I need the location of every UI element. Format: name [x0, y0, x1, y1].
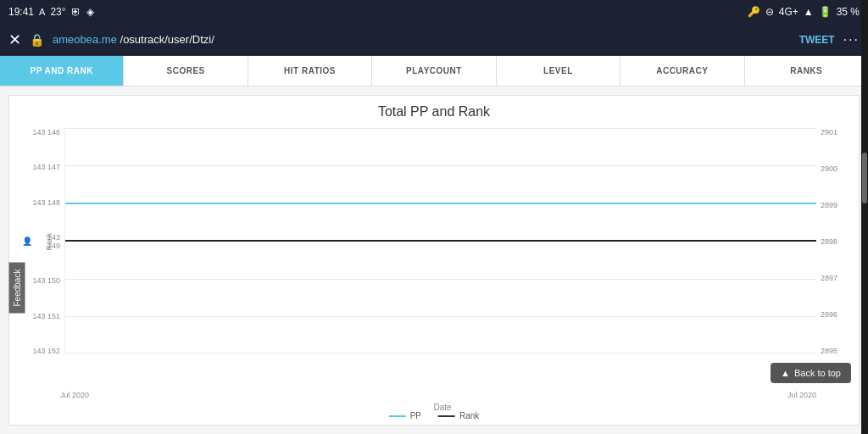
- y-right-0: 2901: [821, 128, 846, 136]
- y-left-1: 143 147: [22, 163, 60, 171]
- chart-inner: Rank: [64, 128, 816, 355]
- app-icon-2: ◈: [86, 6, 94, 18]
- scroll-indicator: [861, 0, 868, 434]
- tab-scores[interactable]: SCORES: [124, 56, 248, 86]
- tab-pp-rank[interactable]: PP AND RANK: [0, 56, 124, 86]
- x-axis: Jul 2020 Jul 2020: [60, 391, 816, 399]
- status-bar: 19:41 A 23° ⛨ ◈ 🔑 ⊖ 4G+ ▲ 🔋 35 %: [0, 0, 868, 24]
- battery-percent: 35 %: [837, 6, 860, 18]
- temperature: 23°: [50, 6, 65, 18]
- legend-rank-line: [438, 415, 455, 417]
- y-axis-left: 143 146 143 147 143 148 👤 143 149 143 15…: [18, 128, 64, 355]
- vpn-icon: 🔑: [748, 6, 760, 18]
- y-left-0: 143 146: [22, 128, 60, 136]
- chart-title: Total PP and Rank: [18, 104, 850, 120]
- main-content: Total PP and Rank 143 146 143 147 143 14…: [0, 86, 868, 434]
- y-left-4: 143 150: [22, 276, 60, 285]
- y-right-2: 2899: [821, 201, 846, 209]
- browser-bar: ✕ 🔒 ameobea.me /osutrack/user/Dtzi/ TWEE…: [0, 24, 868, 56]
- signal-strength: 4G+: [779, 6, 798, 18]
- y-right-4: 2897: [821, 274, 846, 282]
- tab-ranks[interactable]: RANKS: [745, 56, 868, 86]
- chart-svg: [65, 128, 816, 355]
- time: 19:41: [8, 6, 34, 18]
- y-right-1: 2900: [821, 164, 846, 173]
- dnd-icon: ⊖: [765, 6, 774, 18]
- x-label-right: Jul 2020: [787, 391, 816, 399]
- feedback-tab[interactable]: Feedback: [9, 263, 25, 314]
- lock-icon: 🔒: [30, 33, 44, 47]
- x-label-left: Jul 2020: [60, 391, 89, 399]
- wifi-icon: ▲: [804, 6, 814, 18]
- arrow-up-icon: ▲: [781, 368, 790, 378]
- battery-icon: 🔋: [819, 6, 832, 18]
- url-path: /osutrack/user/Dtzi/: [120, 33, 214, 46]
- y-axis-label: Rank: [45, 232, 53, 250]
- legend-pp-line: [389, 415, 406, 417]
- app-icon-1: ⛨: [71, 6, 81, 18]
- tab-accuracy[interactable]: ACCURACY: [620, 56, 744, 86]
- feedback-label: Feedback: [13, 270, 22, 307]
- chart-container: Total PP and Rank 143 146 143 147 143 14…: [8, 95, 860, 426]
- y-left-2: 143 148: [22, 198, 60, 207]
- url-bar[interactable]: ameobea.me /osutrack/user/Dtzi/: [53, 33, 791, 46]
- tweet-button[interactable]: TWEET: [799, 34, 835, 46]
- status-left: 19:41 A 23° ⛨ ◈: [8, 6, 94, 18]
- scroll-thumb[interactable]: [862, 153, 867, 203]
- tab-playcount[interactable]: PLAYCOUNT: [372, 56, 496, 86]
- y-left-5: 143 151: [22, 312, 60, 320]
- right-chevron-icon[interactable]: ›: [853, 209, 858, 226]
- y-left-6: 143 152: [22, 347, 60, 355]
- nav-tabs: PP AND RANK SCORES HIT RATIOS PLAYCOUNT …: [0, 56, 868, 86]
- person-icon: 👤: [22, 236, 32, 246]
- tab-level[interactable]: LEVEL: [497, 56, 620, 86]
- back-to-top-button[interactable]: ▲ Back to top: [771, 363, 851, 383]
- y-left-3: 👤 143 149: [22, 233, 60, 250]
- tab-hit-ratios[interactable]: HIT RATIOS: [248, 56, 372, 86]
- chart-area: 143 146 143 147 143 148 👤 143 149 143 15…: [18, 128, 850, 355]
- y-right-5: 2896: [821, 310, 846, 319]
- legend-rank: Rank: [438, 411, 479, 420]
- more-options-button[interactable]: ···: [843, 32, 860, 47]
- back-to-top-label: Back to top: [794, 368, 841, 378]
- close-button[interactable]: ✕: [8, 32, 21, 47]
- url-highlight: ameobea.me: [53, 33, 117, 46]
- legend-pp: PP: [389, 411, 421, 420]
- y-right-6: 2895: [821, 347, 846, 355]
- legend-pp-label: PP: [410, 411, 421, 420]
- y-axis-right: 2901 2900 2899 2898 2897 2896 2895: [816, 128, 850, 355]
- status-right: 🔑 ⊖ 4G+ ▲ 🔋 35 %: [748, 6, 860, 18]
- legend-rank-label: Rank: [459, 411, 479, 420]
- android-icon: A: [39, 7, 45, 17]
- y-right-3: 2898: [821, 237, 846, 246]
- chart-legend: PP Rank: [389, 411, 480, 420]
